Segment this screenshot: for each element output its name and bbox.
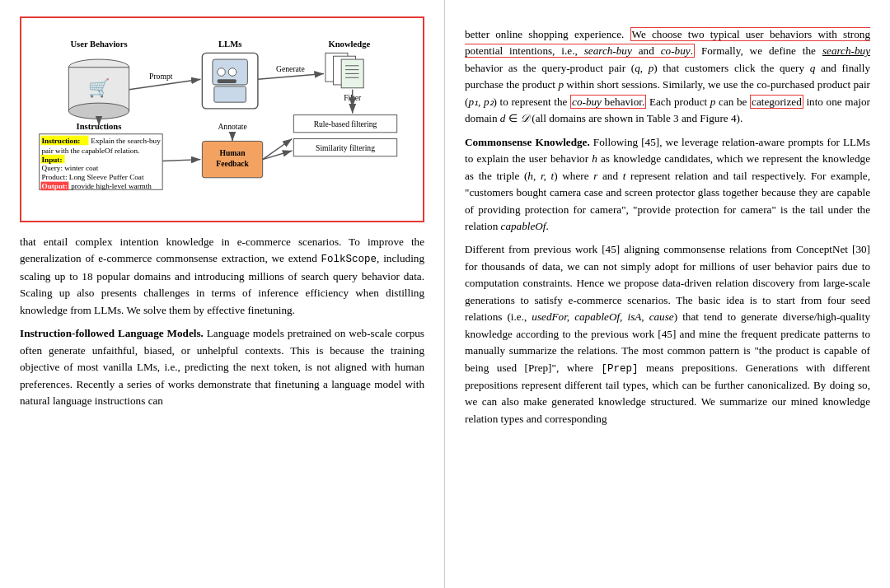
right-para-3: Different from previous work [45] aligni… [465, 241, 870, 427]
right-body-text: better online shopping experience. We ch… [465, 26, 870, 427]
svg-rect-10 [218, 79, 237, 83]
search-buy-italic: search-buy [584, 44, 632, 57]
t-italic: t [623, 170, 626, 182]
r-italic: r [593, 170, 597, 182]
svg-text:Generate: Generate [276, 65, 305, 74]
domain-set: 𝒟 [520, 112, 529, 124]
qp-italic: q [635, 62, 640, 74]
svg-text:Similarity filtering: Similarity filtering [316, 143, 375, 152]
left-para-1: that entail complex intention knowledge … [20, 234, 424, 319]
search-buy-italic-2: search-buy [822, 44, 870, 57]
svg-text:Product: Long Sleeve Puffer Co: Product: Long Sleeve Puffer Coat [42, 173, 144, 181]
svg-text:Knowledge: Knowledge [328, 40, 370, 49]
svg-line-50 [263, 139, 293, 160]
svg-text:Rule-based filtering: Rule-based filtering [314, 119, 377, 128]
instruction-followed-heading: Instruction-followed Language Models. [20, 327, 204, 339]
co-buy-italic-2: co-buy [572, 96, 602, 108]
diagram-svg: User Behaviors 🛒 LLMs Knowledge [31, 35, 413, 199]
h-italic: h [592, 152, 597, 165]
svg-line-49 [162, 160, 200, 161]
seed-relations: usedFor, capableOf, isA, cause [532, 310, 673, 323]
svg-text:Instruction:: Instruction: [42, 137, 81, 145]
co-buy-italic: co-buy [661, 44, 691, 57]
right-para-1: better online shopping experience. We ch… [465, 26, 870, 128]
left-para-2: Instruction-followed Language Models. La… [20, 325, 424, 409]
svg-text:Annotate: Annotate [218, 122, 246, 131]
q-italic: q [810, 62, 816, 74]
svg-text:Prompt: Prompt [149, 72, 173, 81]
highlight-box-1: We choose two typical user behaviors wit… [465, 27, 870, 58]
svg-text:Explain the search-buy: Explain the search-buy [91, 137, 161, 145]
svg-text:Input:: Input: [42, 156, 63, 164]
svg-text:LLMs: LLMs [218, 40, 241, 49]
left-body-text: that entail complex intention knowledge … [20, 234, 424, 409]
p1p2-italic: p₁, p₂ [468, 96, 493, 108]
capable-of-italic: capableOf [501, 220, 546, 232]
svg-point-8 [218, 68, 226, 77]
svg-point-3 [68, 103, 129, 119]
highlight-box-3: categorized [750, 95, 803, 109]
svg-line-22 [258, 73, 324, 79]
commonsense-heading: Commonsense Knowledge. [465, 136, 590, 148]
svg-text:pair with the capableOf relati: pair with the capableOf relation. [42, 147, 140, 155]
svg-text:provide high-level warmth: provide high-level warmth [71, 182, 152, 190]
svg-rect-11 [214, 86, 246, 102]
hrt-italic: h, r, t [527, 170, 554, 182]
svg-point-9 [228, 68, 237, 77]
p-italic: p [649, 62, 654, 74]
svg-text:Human: Human [220, 148, 246, 157]
svg-text:Output:: Output: [42, 182, 68, 190]
svg-text:Query:  winter coat: Query: winter coat [42, 164, 99, 172]
right-para-2: Commonsense Knowledge. Following [45], w… [465, 134, 870, 236]
svg-text:🛒: 🛒 [88, 77, 110, 99]
svg-line-51 [263, 151, 293, 160]
svg-text:Feedback: Feedback [216, 159, 249, 168]
p-italic-2: p [558, 78, 564, 91]
search-buy-underline: search-buy [822, 44, 870, 57]
prep-code: [Prep] [602, 363, 639, 375]
folkscope-code: FolkScope [321, 254, 377, 265]
figure-box: User Behaviors 🛒 LLMs Knowledge [20, 16, 424, 222]
right-column: better online shopping experience. We ch… [445, 0, 890, 588]
left-column: User Behaviors 🛒 LLMs Knowledge [0, 0, 445, 588]
d-italic: d [500, 112, 506, 124]
p-italic-3: p [710, 96, 716, 108]
highlight-box-2: co-buy behavior. [570, 95, 646, 109]
svg-text:User Behaviors: User Behaviors [70, 40, 127, 49]
